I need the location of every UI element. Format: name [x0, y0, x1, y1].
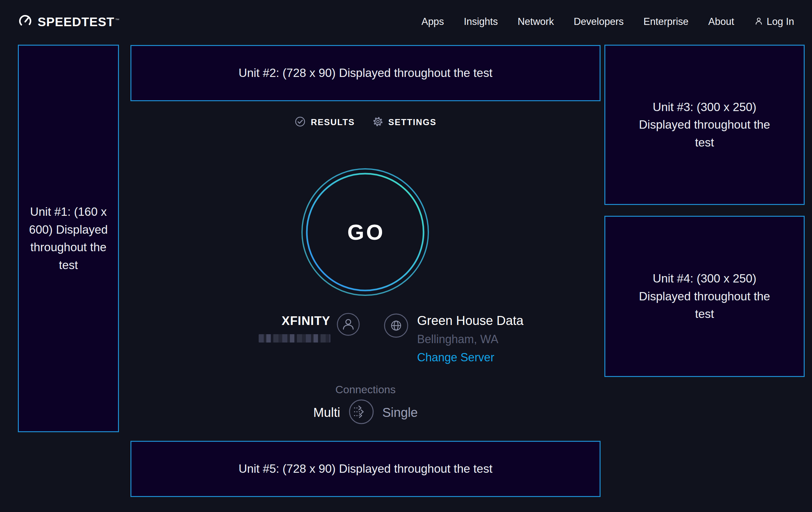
ad-unit-5-text: Unit #5: (728 x 90) Displayed throughout… — [238, 460, 492, 478]
go-button[interactable]: GO — [298, 165, 432, 299]
speedtest-page: SPEEDTEST™ Apps Insights Network Develop… — [0, 0, 812, 512]
isp-name: XFINITY — [282, 314, 330, 328]
login-label: Log In — [767, 16, 794, 27]
tab-results[interactable]: RESULTS — [294, 116, 355, 129]
ad-unit-2[interactable]: Unit #2: (728 x 90) Displayed throughout… — [130, 45, 601, 101]
nav-item-enterprise[interactable]: Enterprise — [643, 16, 688, 27]
server-location: Bellingham, WA — [417, 332, 524, 346]
isp-text: XFINITY — [259, 312, 330, 343]
ad-unit-1-text: Unit #1: (160 x 600) Displayed throughou… — [19, 203, 118, 274]
ad-unit-3-text: Unit #3: (300 x 250) Displayed throughou… — [634, 98, 776, 152]
nav-item-apps[interactable]: Apps — [421, 16, 444, 27]
main-nav: Apps Insights Network Developers Enterpr… — [421, 16, 794, 27]
ad-unit-2-text: Unit #2: (728 x 90) Displayed throughout… — [238, 64, 492, 82]
ad-unit-1[interactable]: Unit #1: (160 x 600) Displayed throughou… — [18, 45, 119, 432]
multi-connection-arrows-icon — [349, 399, 374, 425]
connections-toggle[interactable] — [349, 399, 374, 426]
connection-meta: XFINITY Green Hous — [156, 312, 626, 364]
tab-settings[interactable]: SETTINGS — [372, 116, 437, 129]
ad-unit-5[interactable]: Unit #5: (728 x 90) Displayed throughout… — [130, 441, 601, 497]
ad-unit-4[interactable]: Unit #4: (300 x 250) Displayed throughou… — [604, 216, 805, 377]
connections-label: Connections — [130, 383, 601, 396]
ad-unit-3[interactable]: Unit #3: (300 x 250) Displayed throughou… — [604, 45, 805, 205]
user-icon — [754, 16, 763, 27]
brand-text: SPEEDTEST™ — [38, 16, 120, 28]
tabs-row: RESULTS SETTINGS — [130, 116, 601, 129]
server-text: Green House Data Bellingham, WA Change S… — [417, 312, 524, 364]
ad-unit-4-text: Unit #4: (300 x 250) Displayed throughou… — [634, 270, 776, 323]
nav-item-developers[interactable]: Developers — [574, 16, 624, 27]
redacted-ip-text — [259, 334, 330, 343]
check-circle-icon — [294, 116, 306, 129]
gear-icon — [372, 116, 384, 129]
globe-circle-icon — [383, 312, 409, 340]
go-label: GO — [298, 165, 432, 299]
header: SPEEDTEST™ Apps Insights Network Develop… — [0, 0, 812, 44]
server-group: Green House Data Bellingham, WA Change S… — [383, 312, 524, 364]
isp-user-circle-icon — [336, 312, 360, 338]
connections-multi-label[interactable]: Multi — [313, 405, 340, 420]
brand-trademark: ™ — [115, 18, 120, 23]
nav-item-network[interactable]: Network — [518, 16, 554, 27]
connections-toggle-row: Multi Single — [130, 399, 601, 426]
gauge-icon — [18, 14, 32, 30]
nav-item-about[interactable]: About — [708, 16, 734, 27]
nav-item-insights[interactable]: Insights — [464, 16, 498, 27]
server-name: Green House Data — [417, 314, 524, 328]
isp-group: XFINITY — [259, 312, 360, 343]
change-server-link[interactable]: Change Server — [417, 351, 524, 364]
connections-single-label[interactable]: Single — [382, 405, 418, 420]
settings-label: SETTINGS — [388, 117, 437, 127]
speedtest-logo[interactable]: SPEEDTEST™ — [18, 14, 120, 30]
login-link[interactable]: Log In — [754, 16, 794, 27]
results-label: RESULTS — [311, 117, 355, 127]
